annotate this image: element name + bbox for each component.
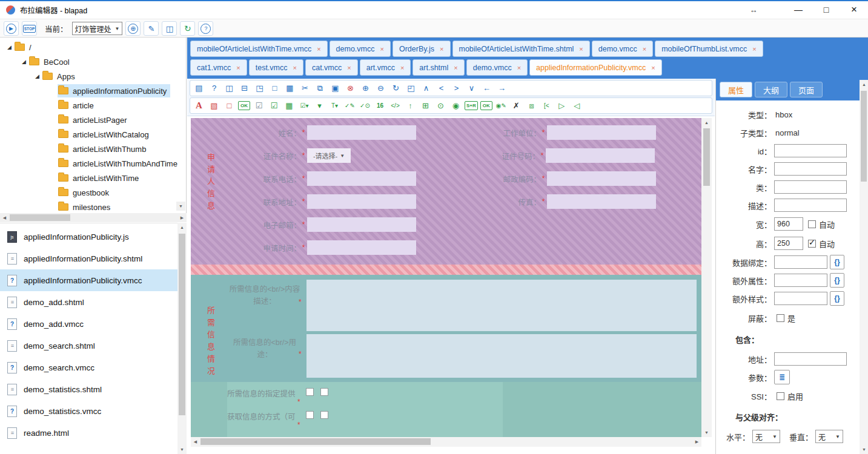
tree-item-articlelistpager[interactable]: articleListPager xyxy=(0,113,186,127)
move-block-icon[interactable]: ◰ xyxy=(405,82,417,94)
tab-document[interactable]: mobileOfThumbList.vmcc× xyxy=(655,41,763,57)
scroll-down-icon[interactable]: ▼ xyxy=(860,445,868,454)
address-input[interactable] xyxy=(307,194,416,209)
help-button[interactable]: ? xyxy=(198,21,213,36)
indent-right-icon[interactable]: → xyxy=(495,82,508,94)
tree-horizontal-scrollbar[interactable]: ◀ ▶ xyxy=(0,213,187,222)
move-left-icon[interactable]: < xyxy=(435,82,448,94)
extra-style-input[interactable] xyxy=(774,292,827,305)
tree-item-milestones[interactable]: milestones xyxy=(0,200,186,214)
provide-checkbox-1[interactable] xyxy=(306,388,314,396)
tree-item-becool[interactable]: ◢ BeCool xyxy=(0,54,186,69)
dock-icon[interactable]: ↔ xyxy=(746,2,761,17)
split-vertical-icon[interactable]: ◫ xyxy=(223,82,236,94)
move-down-icon[interactable]: ∨ xyxy=(465,82,478,94)
text-dropdown-icon[interactable]: T▾ xyxy=(328,99,341,112)
file-list-scrollbar[interactable]: ▲ ▼ xyxy=(177,223,187,454)
move-up-icon[interactable]: ∧ xyxy=(420,82,432,94)
tab-document[interactable]: test.vmcc× xyxy=(249,59,303,76)
obtain-checkbox-2[interactable] xyxy=(320,411,328,419)
expander-icon[interactable]: ◢ xyxy=(19,59,28,65)
scroll-left-icon[interactable]: ◀ xyxy=(0,213,9,222)
run-button[interactable]: ▶ xyxy=(4,21,19,36)
id-type-select[interactable]: -请选择-▼ xyxy=(307,148,351,163)
tree-item-article[interactable]: article xyxy=(0,98,186,113)
phone-input[interactable] xyxy=(307,171,416,186)
box-icon[interactable]: □ xyxy=(268,82,281,94)
close-icon[interactable]: × xyxy=(752,45,756,53)
scroll-left-icon[interactable]: ◀ xyxy=(191,437,200,446)
image-icon[interactable]: ▧ xyxy=(208,99,220,112)
class-input[interactable] xyxy=(774,180,847,194)
tab-document[interactable]: art.vmcc× xyxy=(360,59,411,76)
scope-select[interactable]: 灯饰管理处 ▼ xyxy=(72,22,123,35)
ssi-checkbox[interactable] xyxy=(777,392,784,400)
design-canvas[interactable]: 申请人信息 姓名：* 工作单位：* 证件名称：* -请选择-▼ 证件号码：* 联… xyxy=(187,116,715,454)
calendar-icon[interactable]: ▦ xyxy=(283,99,296,112)
scroll-up-icon[interactable]: ▲ xyxy=(860,80,868,89)
list-item[interactable]: ? demo_add.vmcc xyxy=(0,313,186,335)
scroll-right-icon[interactable]: ▶ xyxy=(692,437,701,446)
split-view-button[interactable]: ◫ xyxy=(162,21,177,36)
rectangle-icon[interactable]: □ xyxy=(223,99,236,112)
scrollbar-thumb[interactable] xyxy=(703,128,710,186)
scroll-right-icon[interactable]: ▶ xyxy=(177,213,187,222)
list-item[interactable]: ≡ readme.html xyxy=(0,422,186,444)
tab-document[interactable]: demo.vmcc× xyxy=(330,41,391,57)
tab-document-active[interactable]: appliedInformationPublicity.vmcc× xyxy=(529,59,662,76)
name-input[interactable] xyxy=(307,125,416,140)
vertical-select[interactable]: 无▼ xyxy=(815,430,843,443)
databind-edit-button[interactable]: {} xyxy=(830,255,844,269)
globe-button[interactable]: ⊕ xyxy=(125,21,141,36)
horizontal-select[interactable]: 无▼ xyxy=(752,430,780,443)
copy-icon[interactable]: ⧉ xyxy=(314,82,326,94)
desc-input[interactable] xyxy=(774,199,847,212)
expander-icon[interactable]: ◢ xyxy=(33,73,42,79)
tree-scroll-down-icon[interactable]: ▼ xyxy=(176,202,185,211)
close-button[interactable]: × xyxy=(840,1,868,18)
checkbox-icon[interactable]: ☑ xyxy=(253,99,265,112)
list-item-selected[interactable]: ? appliedInformationPublicity.vmcc xyxy=(0,269,186,291)
help-icon[interactable]: ? xyxy=(208,82,220,94)
tab-document[interactable]: cat1.vmcc× xyxy=(190,59,247,76)
applicant-section[interactable]: 申请人信息 姓名：* 工作单位：* 证件名称：* -请选择-▼ 证件号码：* 联… xyxy=(191,118,701,265)
param-edit-button[interactable]: ≣ xyxy=(774,370,790,384)
list-item[interactable]: ≡ demo_search.shtml xyxy=(0,335,186,357)
close-icon[interactable]: × xyxy=(454,64,457,71)
move-right-icon[interactable]: > xyxy=(450,82,463,94)
provide-checkbox-2[interactable] xyxy=(320,388,328,396)
extra-attr-input[interactable] xyxy=(774,274,827,287)
tab-document[interactable]: mobileOfArticleListWithTime.vmcc× xyxy=(190,41,328,57)
table-add-icon[interactable]: ⊞ xyxy=(419,99,432,112)
tree-item-apps[interactable]: ◢ Apps xyxy=(0,69,186,84)
tree-item-guestbook[interactable]: guestbook xyxy=(0,185,186,200)
request-section[interactable]: 所需信息情况 所需信息的<br/>内容描述： * 所需信息的<br/>用途： *… xyxy=(191,275,701,437)
work-unit-input[interactable] xyxy=(547,125,656,140)
scroll-down-icon[interactable]: ▼ xyxy=(702,428,711,437)
save-icon[interactable]: ▤ xyxy=(193,82,205,94)
tools-button[interactable]: ✎ xyxy=(144,21,159,36)
split-horizontal-icon[interactable]: ⊟ xyxy=(238,82,251,94)
tree-item-articlelistwithcatalog[interactable]: articleListWithCatalog xyxy=(0,127,186,142)
close-icon[interactable]: × xyxy=(236,64,240,71)
fax-input[interactable] xyxy=(547,194,656,209)
ok-button-icon[interactable]: OK xyxy=(238,101,250,110)
combo-check-icon[interactable]: ☑▾ xyxy=(298,99,311,112)
delete-icon[interactable]: ⊗ xyxy=(344,82,357,94)
divider-band[interactable] xyxy=(191,265,701,275)
tree-item-articlelistwiththumb[interactable]: articleListWithThumb xyxy=(0,142,186,156)
close-icon[interactable]: × xyxy=(400,64,404,71)
list-item[interactable]: ? demo_search.vmcc xyxy=(0,357,186,378)
play-right-icon[interactable]: ▷ xyxy=(555,99,568,112)
radio-icon[interactable]: ⊙ xyxy=(434,99,447,112)
box-corner-icon[interactable]: ⧈ xyxy=(525,99,538,112)
email-input[interactable] xyxy=(307,217,416,232)
id-input[interactable] xyxy=(774,144,847,157)
checkbox-checked-icon[interactable]: ☑ xyxy=(268,99,280,112)
stop-button[interactable]: STOP xyxy=(22,21,37,36)
zoom-out-icon[interactable]: ⊖ xyxy=(374,82,387,94)
id-number-input[interactable] xyxy=(546,148,655,163)
close-icon[interactable]: × xyxy=(579,45,583,53)
close-icon[interactable]: × xyxy=(643,45,646,53)
box-left-icon[interactable]: [< xyxy=(540,99,553,112)
